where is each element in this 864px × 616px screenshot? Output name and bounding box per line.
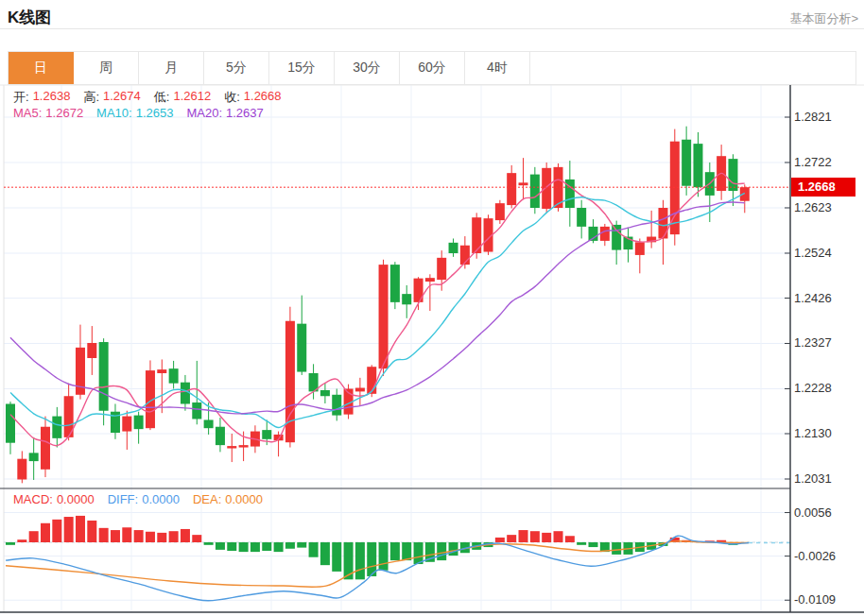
chart-canvas[interactable] [0,85,790,612]
axis-label: 0.0056 [794,505,832,520]
kline-page: K线图 基本面分析> 日 周 月 5分 15分 30分 60分 4时 开: 1.… [0,0,864,616]
tab-4hour[interactable]: 4时 [465,52,530,84]
tab-15min[interactable]: 15分 [269,52,335,84]
page-title: K线图 [8,7,51,28]
tab-5min[interactable]: 5分 [204,52,269,84]
axis-label: 1.2623 [794,200,832,214]
macd-readout: MACD: 0.0000 DIFF: 0.0000 DEA: 0.0000 [13,492,267,506]
open-value: 1.2638 [33,89,71,106]
axis-label: 1.2228 [794,381,832,395]
axis-label: 1.2130 [794,426,832,440]
ma20-value: 1.2637 [226,106,264,120]
close-value: 1.2668 [244,89,282,106]
tab-week[interactable]: 周 [74,52,139,84]
axis-label: 1.2821 [794,110,832,124]
ma10-label: MA10: [96,106,132,120]
low-label: 低: [154,89,170,106]
ma-readout: MA5: 1.2672 MA10: 1.2653 MA20: 1.2637 [13,106,268,120]
tab-day[interactable]: 日 [9,52,74,84]
fundamental-analysis-link[interactable]: 基本面分析> [789,10,858,27]
axis-label: -0.0109 [794,592,836,607]
axis-label: 1.2524 [794,246,832,260]
diff-value: 0.0000 [142,492,180,506]
macd-label: MACD: [13,492,53,506]
ohlc-readout: 开: 1.2638 高: 1.2674 低: 1.2612 收: 1.2668 [13,89,285,106]
dea-label: DEA: [193,492,221,506]
axis-label: 1.2327 [794,335,832,350]
axis-label: -0.0026 [794,549,836,563]
diff-label: DIFF: [108,492,139,506]
open-label: 开: [13,89,29,106]
low-value: 1.2612 [173,89,211,106]
tab-month[interactable]: 月 [139,52,204,84]
macd-value: 0.0000 [57,492,95,506]
ma20-label: MA20: [186,106,222,120]
high-value: 1.2674 [103,89,141,106]
timeframe-tabbar: 日 周 月 5分 15分 30分 60分 4时 [8,51,856,85]
axis-label: 1.2031 [794,471,832,486]
close-label: 收: [224,89,240,106]
axis-label: 1.2426 [794,291,832,305]
tab-60min[interactable]: 60分 [400,52,465,84]
header-divider [0,28,864,29]
ma5-value: 1.2672 [45,106,83,120]
axis-label: 1.2722 [794,155,832,169]
last-price-badge: 1.2668 [791,178,855,197]
dea-value: 0.0000 [225,492,263,506]
high-label: 高: [83,89,99,106]
ma10-value: 1.2653 [136,106,174,120]
ma5-label: MA5: [13,106,42,120]
tab-30min[interactable]: 30分 [335,52,400,84]
